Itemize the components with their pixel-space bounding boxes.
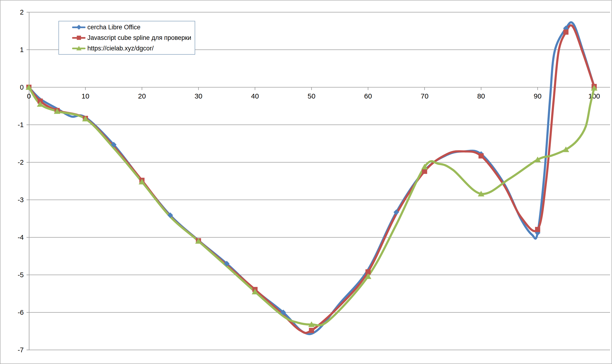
x-tick-label: 20: [138, 92, 146, 100]
x-tick-label: 10: [82, 92, 89, 100]
y-tick-label: 2: [20, 8, 24, 16]
legend-label: cercha Libre Office: [87, 24, 140, 31]
y-tick-label: -3: [18, 196, 24, 204]
y-tick-label: -1: [18, 121, 24, 129]
x-tick-label: 70: [421, 92, 428, 100]
legend-swatch-line: [72, 48, 85, 49]
y-tick-label: 1: [20, 46, 24, 53]
x-tick-label: 40: [251, 92, 259, 100]
data-point-square[interactable]: [563, 29, 569, 35]
x-tick-label: 80: [477, 92, 485, 100]
x-tick-label: 0: [27, 92, 31, 100]
y-tick-label: -4: [18, 234, 24, 241]
series-line-triangle[interactable]: [29, 87, 594, 325]
legend-label: Javascript cube spline для проверки: [87, 34, 191, 41]
square-marker-icon: [77, 36, 81, 40]
triangle-marker-icon: [76, 46, 82, 51]
data-point-square[interactable]: [422, 169, 427, 174]
x-tick-label: 90: [534, 92, 542, 100]
legend-swatch-line: [72, 37, 85, 39]
data-point-square[interactable]: [309, 328, 314, 333]
data-point-square[interactable]: [535, 227, 540, 232]
chart-page: 210-1-2-3-4-5-6-70102030405060708090100 …: [0, 0, 612, 364]
legend-item-series-2[interactable]: Javascript cube spline для проверки: [72, 33, 195, 42]
x-tick-label: 50: [308, 92, 315, 100]
y-tick-label: 0: [20, 83, 24, 91]
y-tick-label: -2: [18, 158, 24, 166]
x-tick-label: 100: [588, 92, 600, 100]
data-point-square[interactable]: [479, 153, 484, 158]
chart-legend[interactable]: cercha Libre Office Javascript cube spli…: [58, 21, 195, 55]
x-tick-label: 30: [195, 92, 202, 100]
y-tick-label: -6: [18, 309, 24, 316]
legend-item-series-1[interactable]: cercha Libre Office: [72, 23, 195, 32]
legend-item-series-3[interactable]: https://cielab.xyz/dgcor/: [72, 44, 195, 53]
x-tick-label: 60: [364, 92, 372, 100]
legend-label: https://cielab.xyz/dgcor/: [87, 45, 153, 52]
y-tick-label: -7: [18, 346, 24, 354]
y-tick-label: -5: [18, 271, 24, 279]
diamond-marker-icon: [76, 25, 81, 29]
legend-swatch-line: [72, 26, 85, 28]
